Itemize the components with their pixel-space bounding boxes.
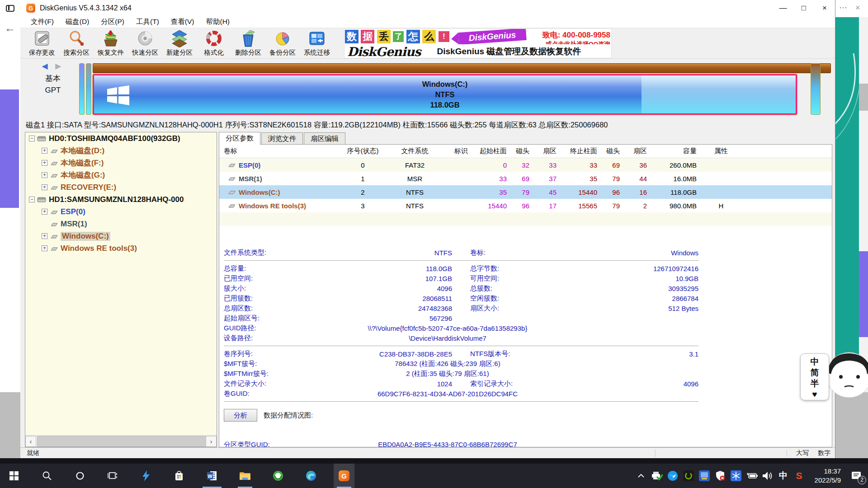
action-center-button[interactable]: 2 xyxy=(845,464,868,488)
background-close-icon[interactable]: × xyxy=(855,3,860,13)
tree-item-hd1[interactable]: − HD1:SAMSUNGMZNLN128HAHQ-000 xyxy=(25,193,217,206)
tray-nvidia-icon[interactable] xyxy=(682,464,695,488)
col-header[interactable]: 起始柱面 xyxy=(477,147,513,155)
analyze-button[interactable]: 分析 xyxy=(224,409,257,422)
cortana-button[interactable] xyxy=(70,464,90,488)
task-view-button[interactable] xyxy=(103,464,123,488)
col-header[interactable]: 扇区 xyxy=(536,147,563,155)
table-row-windows-c-selected[interactable]: Windows(C:) 2 NTFS 35 79 45 15440 96 16 … xyxy=(219,185,832,199)
partition-bar-re-tools[interactable] xyxy=(811,63,821,115)
menu-help[interactable]: 帮助(H) xyxy=(200,17,236,27)
file-explorer-button[interactable] xyxy=(235,464,255,488)
menu-disk[interactable]: 磁盘(D) xyxy=(60,17,95,27)
tray-speaker-icon[interactable] xyxy=(761,464,774,488)
back-arrow-icon[interactable]: ← xyxy=(5,22,15,34)
background-scrollbar[interactable] xyxy=(859,17,868,392)
collapse-icon[interactable]: − xyxy=(29,136,35,141)
tree-item-msr[interactable]: MSR(1) xyxy=(25,218,217,230)
expand-icon[interactable]: + xyxy=(42,148,47,154)
table-row-msr[interactable]: MSR(1) 1 MSR 33 69 37 35 79 44 16.0MB xyxy=(219,172,832,185)
tray-security-shield-icon[interactable] xyxy=(713,464,727,488)
col-header[interactable]: 磁头 xyxy=(604,147,626,155)
backup-partition-button[interactable]: 备份分区 xyxy=(265,28,300,58)
menu-partition[interactable]: 分区(P) xyxy=(95,17,130,27)
scrollbar-thumb[interactable] xyxy=(37,436,213,447)
tab-partition-params[interactable]: 分区参数 xyxy=(219,132,260,145)
tree-item-disk-g[interactable]: + 本地磁盘(G:) xyxy=(25,169,217,181)
format-button[interactable]: 格式化 xyxy=(197,28,231,58)
scroll-left-icon[interactable]: ‹ xyxy=(25,436,36,447)
ad-banner[interactable]: 数 据 丢 了 怎 么 ! DiskGenius 致电: 400-008-995… xyxy=(344,28,612,58)
recover-files-button[interactable]: 恢复文件 xyxy=(94,28,128,58)
close-button[interactable]: × xyxy=(814,0,835,16)
tray-printer-icon[interactable] xyxy=(650,464,664,488)
tray-intel-graphics-icon[interactable] xyxy=(698,464,711,488)
edge-button[interactable] xyxy=(301,464,321,488)
table-row-esp[interactable]: ESP(0) 0 FAT32 0 32 33 33 69 36 260.0MB xyxy=(219,158,832,172)
menu-view[interactable]: 查看(V) xyxy=(165,17,200,27)
tree-item-disk-f[interactable]: + 本地磁盘(F:) xyxy=(25,157,217,169)
col-header[interactable]: 磁头 xyxy=(513,147,536,155)
col-header[interactable]: 文件系统 xyxy=(384,147,445,155)
menu-tools[interactable]: 工具(T) xyxy=(130,17,165,27)
partition-bar-msr[interactable] xyxy=(86,63,91,115)
word-button[interactable]: W xyxy=(202,464,222,488)
col-header[interactable]: 属性 xyxy=(703,147,739,155)
save-changes-button[interactable]: 保存更改 xyxy=(25,28,59,58)
tree-item-disk-d[interactable]: + 本地磁盘(D:) xyxy=(25,145,217,157)
minimize-button[interactable]: — xyxy=(773,0,793,16)
col-header[interactable]: 终止柱面 xyxy=(563,147,604,155)
background-scrollbar-thumb[interactable] xyxy=(859,84,868,111)
tray-dingtalk-icon[interactable] xyxy=(666,464,679,488)
tree-item-recovery-e[interactable]: + RECOVERY(E:) xyxy=(25,181,217,193)
tree-item-esp[interactable]: + ESP(0) xyxy=(25,206,217,218)
expand-icon[interactable]: + xyxy=(42,209,47,215)
quick-partition-button[interactable]: 快速分区 xyxy=(128,28,162,58)
flash-app-button[interactable] xyxy=(136,464,156,488)
tray-snowflake-icon[interactable] xyxy=(729,464,743,488)
detail-label: 扇区大小: xyxy=(470,304,556,313)
expand-icon[interactable]: + xyxy=(42,184,47,190)
diskgenius-taskbar-button[interactable]: G xyxy=(334,464,354,488)
collapse-icon[interactable]: − xyxy=(29,197,35,202)
taskbar-search-button[interactable] xyxy=(37,464,57,488)
start-button[interactable] xyxy=(4,464,24,488)
tree-item-windows-c[interactable]: + Windows(C:) xyxy=(25,230,217,242)
more-options-icon[interactable]: ⋯ xyxy=(839,3,848,13)
ime-status-widget[interactable]: 中 简 半 ♥ xyxy=(799,349,868,403)
tray-sogou-icon[interactable]: S xyxy=(793,464,806,488)
col-header[interactable]: 序号(状态) xyxy=(341,147,384,155)
tray-chevron-up-icon[interactable] xyxy=(634,464,648,488)
microsoft-store-button[interactable] xyxy=(169,464,189,488)
tree-item-hd0[interactable]: − HD0:TOSHIBAMQ04ABF100(932GB) xyxy=(25,132,217,145)
tree-item-windows-re[interactable]: + Windows RE tools(3) xyxy=(25,242,217,254)
col-header[interactable]: 卷标 xyxy=(219,147,341,155)
tree-horizontal-scrollbar[interactable]: ‹ › xyxy=(25,435,217,447)
prev-disk-arrow-icon[interactable]: ◀ xyxy=(42,62,51,70)
tray-ime-language-indicator[interactable]: 中 xyxy=(777,464,790,488)
table-row-windows-re[interactable]: Windows RE tools(3) 3 NTFS 15440 96 17 1… xyxy=(219,199,832,212)
expand-icon[interactable]: + xyxy=(42,233,47,239)
maximize-button[interactable]: □ xyxy=(793,0,814,16)
tab-sector-edit[interactable]: 扇区编辑 xyxy=(304,132,345,145)
scroll-right-icon[interactable]: › xyxy=(206,436,217,447)
search-partition-button[interactable]: 搜索分区 xyxy=(59,28,94,58)
next-disk-arrow-icon[interactable]: ▶ xyxy=(55,62,64,70)
col-header[interactable]: 标识 xyxy=(445,147,477,155)
ime-mode-card[interactable]: 中 简 半 ♥ xyxy=(800,353,829,400)
partition-bar-windows-c[interactable]: Windows(C:) NTFS 118.0GB xyxy=(93,74,797,115)
partition-bar-esp[interactable] xyxy=(79,63,85,115)
delete-partition-button[interactable]: 删除分区 xyxy=(231,28,265,58)
expand-icon[interactable]: + xyxy=(42,160,47,166)
system-migrate-button[interactable]: 系统迁移 xyxy=(300,28,334,58)
new-partition-button[interactable]: 新建分区 xyxy=(162,28,197,58)
expand-icon[interactable]: + xyxy=(42,172,47,178)
tab-browse-files[interactable]: 浏览文件 xyxy=(261,132,303,145)
taskbar-clock[interactable]: 18:37 2022/5/9 xyxy=(815,467,841,485)
col-header[interactable]: 扇区 xyxy=(626,147,653,155)
expand-icon[interactable]: + xyxy=(42,245,47,251)
tray-battery-icon[interactable] xyxy=(745,464,759,488)
menu-file[interactable]: 文件(F) xyxy=(25,17,60,27)
green-browser-button[interactable] xyxy=(268,464,288,488)
col-header[interactable]: 容量 xyxy=(653,147,703,155)
